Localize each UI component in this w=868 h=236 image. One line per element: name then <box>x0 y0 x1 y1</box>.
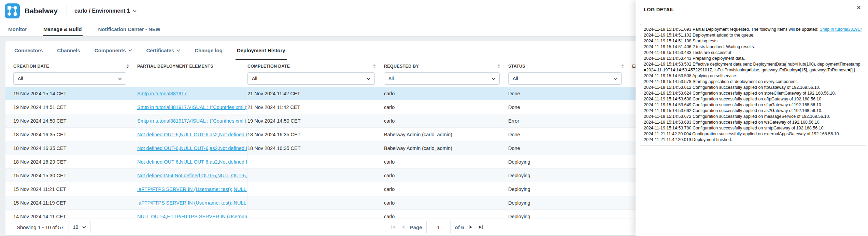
sort-icon[interactable] <box>126 64 129 68</box>
page-label: Page <box>410 224 422 230</box>
page-number-input[interactable] <box>426 221 451 233</box>
deployment-element-link[interactable]: Smtp in tutorial381917 <box>137 118 187 124</box>
log-line: 2024-11-19 15:14:53.662 Configuration su… <box>644 108 863 114</box>
chevron-down-icon <box>128 49 132 52</box>
partial-deployment-elements-cell: Smtp in tutorial381917, VISUAL : ("Count… <box>137 100 247 114</box>
deployment-element-link[interactable]: Not defined IN-5 <box>219 132 247 137</box>
status-cell: Done <box>508 87 632 100</box>
creation-date-cell: 15 Nov 2024 11:19 CET <box>13 196 137 209</box>
sub-tab-label: Change log <box>195 47 223 53</box>
brand-name: Babelway <box>25 7 58 15</box>
deployment-element-link[interactable]: NULL OUT-5 <box>217 173 246 178</box>
log-line: 2024-11-19 15:14:53.624 Configuration su… <box>644 91 863 96</box>
requested-by-filter-select[interactable]: All <box>384 72 500 85</box>
completion-date-cell <box>247 169 384 182</box>
deployment-element-link[interactable]: NULL OUT-5 <box>234 200 247 206</box>
deployment-element-link[interactable]: Smtp in tutorial381917 <box>137 91 187 96</box>
partial-deployment-elements-cell: Not defined IN-4, Not defined OUT-5, NUL… <box>137 169 247 182</box>
page-size-select[interactable]: 10 <box>69 221 90 233</box>
filter-cell-requested-by: All <box>384 72 508 85</box>
deployment-element-link[interactable]: :aFTP/FTPS SERVER IN (Username: test): <box>137 200 232 206</box>
partial-deployment-elements-cell: Not defined OUT-6, NULL OUT-6, as2, Not … <box>137 128 247 141</box>
completion-date-filter-select[interactable]: All <box>247 72 375 85</box>
sub-tab-label: Certificates <box>146 47 174 53</box>
sort-up-icon <box>373 64 376 66</box>
log-detail-title: LOG DETAIL <box>644 7 674 12</box>
filter-cell-completion-date: All <box>247 72 384 85</box>
partial-deployment-elements-cell: Smtp in tutorial381917 <box>137 87 247 100</box>
column-header-requested-by: REQUESTED BY <box>384 64 508 69</box>
log-line: 2024-11-19 15:14:53.612 Configuration su… <box>644 85 863 91</box>
sort-icon[interactable] <box>497 64 500 68</box>
column-header-label: CREATION DATE <box>13 64 49 69</box>
prev-page-icon[interactable] <box>400 224 406 230</box>
column-header-partial-deployment-elements: PARTIAL DEPLOYMENT ELEMENTS <box>137 64 247 69</box>
sort-icon[interactable] <box>373 64 376 68</box>
log-element-link[interactable]: Smtp in tutorial381917 <box>820 27 862 32</box>
babelway-logo-icon <box>5 3 20 18</box>
deployment-element-link[interactable]: :aFTP/FTPS SERVER IN (Username: test): <box>137 186 232 192</box>
sub-tab-label: Channels <box>57 47 80 53</box>
requested-by-cell: Babelway Admin (carlo_admin) <box>384 141 508 155</box>
log-line: 2024-11-19 15:14:53.578 Starting applica… <box>644 79 863 85</box>
deployment-element-link[interactable]: Not defined OUT-5 <box>175 173 216 178</box>
log-line: 2024-11-19 15:14:53.443 Preparing deploy… <box>644 56 863 61</box>
requested-by-cell: carlo <box>384 182 508 196</box>
sort-icon[interactable] <box>621 64 624 68</box>
sort-down-icon <box>126 67 129 68</box>
environment-switcher[interactable]: carlo / Environment 1 <box>74 8 137 14</box>
status-cell: Deploying <box>508 182 632 196</box>
first-page-icon[interactable] <box>391 224 396 230</box>
deployment-element-link[interactable]: NULL OUT-5 <box>234 186 247 192</box>
deployment-element-link[interactable]: NULL OUT-6 <box>180 145 208 151</box>
pagination: Page of 6 <box>391 221 483 233</box>
main-tab-manage-build[interactable]: Manage & Build <box>43 22 82 36</box>
sub-tab-connectors[interactable]: Connectors <box>14 41 43 60</box>
deployment-element-link[interactable]: Not defined OUT-6 <box>137 145 179 151</box>
deployment-element-link[interactable]: NULL OUT-6 <box>180 159 208 165</box>
log-line: 2024-11-19 15:14:51.108 Starting tests. <box>644 38 863 44</box>
deployment-element-link[interactable]: as2 <box>210 145 217 151</box>
log-line: 2024-11-21 11:42:20.004 Configuration su… <box>644 131 863 137</box>
log-line: 2024-11-21 11:42:20.019 Deployment finis… <box>644 137 863 143</box>
sub-tab-certificates[interactable]: Certificates <box>146 41 181 60</box>
sort-up-icon <box>497 64 500 66</box>
deployment-element-link[interactable]: VISUAL : ("Countries xml (tutoria <box>188 105 247 110</box>
chevron-down-icon <box>118 78 122 80</box>
creation-date-filter-select[interactable]: All <box>13 72 126 85</box>
deployment-element-link[interactable]: as2 <box>210 159 217 165</box>
deployment-element-link[interactable]: NULL OUT-6 <box>180 132 208 137</box>
log-line: 2024-11-19 15:14:53.502 Effective deploy… <box>644 61 863 73</box>
deployment-element-link[interactable]: Not defined IN-5 <box>219 159 247 165</box>
status-filter-select[interactable]: All <box>508 72 622 85</box>
completion-date-cell: 18 Nov 2024 16:35 CET <box>247 128 384 141</box>
requested-by-cell: Babelway Admin (carlo_admin) <box>384 128 508 141</box>
close-icon[interactable]: × <box>856 3 861 12</box>
sub-tab-components[interactable]: Components <box>95 41 132 60</box>
log-line: 2024-11-19 15:14:53.433 Tests are succes… <box>644 50 863 56</box>
deployment-element-link[interactable]: Not defined IN-4 <box>137 173 173 178</box>
deployment-element-link[interactable]: Not defined OUT-6 <box>137 159 179 165</box>
chevron-down-icon <box>613 78 617 80</box>
partial-deployment-elements-cell: :aFTP/FTPS SERVER IN (Username: test):, … <box>137 182 247 196</box>
filter-selected-value: All <box>513 76 613 81</box>
sub-tab-deployment-history[interactable]: Deployment History <box>237 41 285 60</box>
last-page-icon[interactable] <box>478 224 483 230</box>
next-page-icon[interactable] <box>468 224 473 230</box>
completion-date-cell: 18 Nov 2024 16:35 CET <box>247 141 384 155</box>
deployment-element-link[interactable]: Smtp in tutorial381917 <box>137 105 187 110</box>
sub-tab-channels[interactable]: Channels <box>57 41 80 60</box>
deployment-element-link[interactable]: Not defined IN-5 <box>219 145 247 151</box>
deployment-element-link[interactable]: Not defined OUT-6 <box>137 132 179 137</box>
deployment-element-link[interactable]: as2 <box>210 132 217 137</box>
deployment-element-link[interactable]: VISUAL : ("Countries xml (tutoria <box>188 118 247 124</box>
sub-tab-change-log[interactable]: Change log <box>195 41 223 60</box>
requested-by-cell: carlo <box>384 155 508 168</box>
column-header-status: STATUS <box>508 64 632 69</box>
sort-up-icon <box>126 64 129 66</box>
page-size-value: 10 <box>73 224 82 230</box>
creation-date-cell: 19 Nov 2024 14:50 CET <box>13 114 137 127</box>
main-tab-notification-center-new[interactable]: Notification Center - NEW <box>98 22 161 36</box>
sub-tab-label: Components <box>95 47 126 53</box>
main-tab-monitor[interactable]: Monitor <box>8 22 27 36</box>
